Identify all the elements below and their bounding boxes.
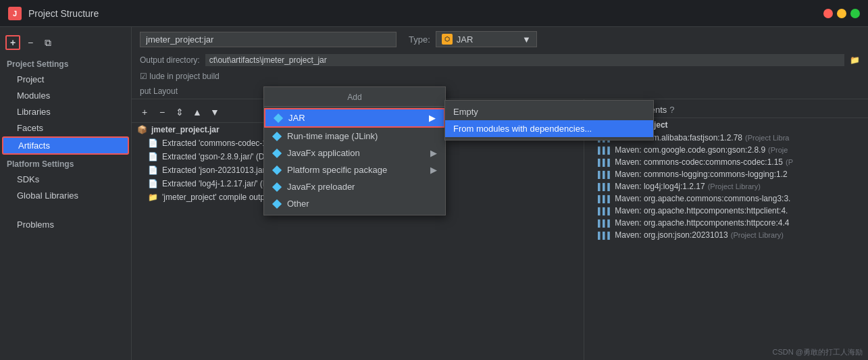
lib-bar-icon: ▌▌▌ [598,207,612,215]
lib-bar-icon: ▌▌▌ [598,147,612,154]
sidebar-item-global-libraries[interactable]: Global Libraries [2,188,129,203]
help-icon[interactable]: ? [669,105,674,115]
sidebar-item-sdks[interactable]: SDKs [2,172,129,187]
jar-icon: ⬡ [442,34,453,45]
copy-button[interactable]: ⧉ [41,35,55,50]
title-bar: J Project Structure [0,0,868,27]
tree-up-button[interactable]: ▲ [190,105,205,120]
artifact-name-input[interactable] [140,32,397,47]
lib-bar-icon: ▌▌▌ [598,159,612,166]
tree-down-button[interactable]: ▼ [207,105,222,120]
lib-bar-icon: ▌▌▌ [598,195,612,203]
folder-icon: 📁 [148,192,158,202]
avail-item-2[interactable]: ▌▌▌ Maven: commons-codec:commons-codec:1… [584,156,868,168]
tree-sort-button[interactable]: ⇕ [172,105,187,120]
jar-diamond-icon [274,113,283,123]
avail-item-7[interactable]: ▌▌▌ Maven: org.apache.httpcomponents:htt… [584,217,868,229]
sidebar-item-facets[interactable]: Facets [2,120,129,136]
avail-item-6[interactable]: ▌▌▌ Maven: org.apache.httpcomponents:htt… [584,205,868,217]
lib-bar-icon: ▌▌▌ [598,232,612,239]
tree-remove-button[interactable]: − [155,105,170,120]
platform-settings-header: Platform Settings [0,155,131,171]
extract-icon-2: 📄 [148,165,158,175]
extract-icon-1: 📄 [148,152,158,161]
arrow-icon: ▶ [429,113,436,123]
avail-item-1[interactable]: ▌▌▌ Maven: com.google.code.gson:gson:2.8… [584,144,868,156]
avail-item-3[interactable]: ▌▌▌ Maven: commons-logging:commons-loggi… [584,168,868,180]
output-layout-row: put Layout [132,84,868,99]
sidebar-toolbar: + − ⧉ [0,32,131,53]
avail-item-8[interactable]: ▌▌▌ Maven: org.json:json:20231013 (Proje… [584,229,868,241]
sub-menu-item-empty[interactable]: Empty [445,103,653,120]
sidebar-item-project[interactable]: Project [2,72,129,87]
type-select[interactable]: ⬡ JAR ▼ [436,31,537,47]
menu-item-platform[interactable]: Platform specific package ▶ [264,161,445,178]
content-topbar: Type: ⬡ JAR ▼ [132,27,868,51]
type-label: Type: [409,34,430,45]
avail-item-5[interactable]: ▌▌▌ Maven: org.apache.commons:commons-la… [584,192,868,205]
content-area: Type: ⬡ JAR ▼ Output directory: ct\out\a… [132,27,868,360]
menu-item-javafx[interactable]: JavaFx application ▶ [264,145,445,161]
menu-item-jar[interactable]: JAR ▶ [264,108,445,128]
project-settings-header: Project Settings [0,55,131,71]
watermark: CSDN @勇敢的打工人海励 [773,347,863,357]
lib-bar-icon: ▌▌▌ [598,171,612,178]
extract-icon-3: 📄 [148,179,158,188]
sidebar-item-problems[interactable]: Problems [2,217,129,232]
javafx-diamond-icon [272,149,282,158]
output-path-value: ct\out\artifacts\jmeter_project_jar [205,54,844,66]
browse-output-button[interactable]: 📁 [850,55,860,65]
remove-button[interactable]: − [23,35,38,50]
platform-diamond-icon [272,165,282,175]
sidebar: + − ⧉ Project Settings Project Modules L… [0,27,132,360]
sidebar-item-modules[interactable]: Modules [2,88,129,103]
menu-item-runtime[interactable]: Run-time image (JLink) [264,128,445,145]
app-icon: J [8,7,22,20]
jar-root-icon: 📦 [137,125,147,134]
minimize-button[interactable] [837,9,846,18]
sub-menu: Empty From modules with dependencies... [444,100,654,140]
other-diamond-icon [272,199,282,209]
menu-item-preloader[interactable]: JavaFx preloader [264,178,445,195]
lib-bar-icon: ▌▌▌ [598,183,612,190]
runtime-diamond-icon [272,132,282,141]
preloader-diamond-icon [272,182,282,192]
avail-item-4[interactable]: ▌▌▌ Maven: log4j:log4j:1.2.17 (Project L… [584,180,868,192]
output-path-row: Output directory: ct\out\artifacts\jmete… [132,51,868,69]
sub-menu-item-from-modules[interactable]: From modules with dependencies... [445,120,653,137]
add-menu: Add JAR ▶ Run-time image (JLink) JavaFx … [263,86,446,215]
maximize-button[interactable] [850,9,860,18]
arrow-icon-3: ▶ [430,165,437,175]
options-row: ☑ lude in project build [132,69,868,84]
close-button[interactable] [823,9,833,18]
add-button[interactable]: + [5,35,20,50]
window-title: Project Structure [28,8,99,19]
sidebar-item-artifacts[interactable]: Artifacts [2,136,129,155]
sidebar-item-libraries[interactable]: Libraries [2,104,129,120]
menu-item-other[interactable]: Other [264,195,445,212]
add-menu-title: Add [264,90,445,107]
tree-add-button[interactable]: + [137,105,152,120]
arrow-icon-2: ▶ [430,148,437,158]
extract-icon-0: 📄 [148,138,158,148]
lib-bar-icon: ▌▌▌ [598,220,612,227]
